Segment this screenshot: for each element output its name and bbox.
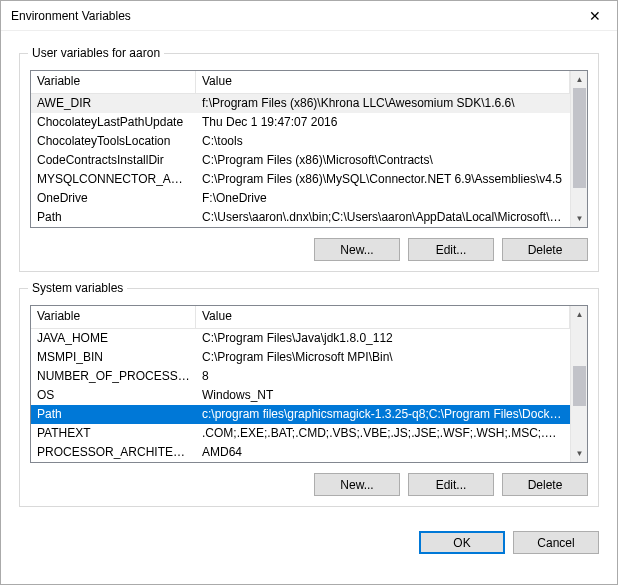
variable-name: AWE_DIR bbox=[31, 94, 196, 113]
variable-name: OneDrive bbox=[31, 189, 196, 208]
column-header-value[interactable]: Value bbox=[196, 71, 570, 93]
window-title: Environment Variables bbox=[11, 9, 572, 23]
table-row[interactable]: PROCESSOR_ARCHITECTUREAMD64 bbox=[31, 443, 570, 462]
ok-button[interactable]: OK bbox=[419, 531, 505, 554]
table-row[interactable]: AWE_DIRf:\Program Files (x86)\Khrona LLC… bbox=[31, 94, 570, 113]
variable-value: f:\Program Files (x86)\Khrona LLC\Awesom… bbox=[196, 94, 570, 113]
variable-name: Path bbox=[31, 208, 196, 227]
variable-value: C:\Program Files (x86)\MySQL\Connector.N… bbox=[196, 170, 570, 189]
system-variables-group: System variables Variable Value JAVA_HOM… bbox=[19, 288, 599, 507]
user-delete-button[interactable]: Delete bbox=[502, 238, 588, 261]
system-edit-button[interactable]: Edit... bbox=[408, 473, 494, 496]
variable-value: C:\Program Files\Microsoft MPI\Bin\ bbox=[196, 348, 570, 367]
scroll-down-icon[interactable]: ▼ bbox=[571, 445, 588, 462]
system-list-scrollbar[interactable]: ▲ ▼ bbox=[570, 306, 587, 462]
variable-value: c:\program files\graphicsmagick-1.3.25-q… bbox=[196, 405, 570, 424]
variable-value: AMD64 bbox=[196, 443, 570, 462]
variable-value: C:\Users\aaron\.dnx\bin;C:\Users\aaron\A… bbox=[196, 208, 570, 227]
variable-value: C:\Program Files (x86)\Microsoft\Contrac… bbox=[196, 151, 570, 170]
column-header-variable[interactable]: Variable bbox=[31, 306, 196, 328]
user-list-header: Variable Value bbox=[31, 71, 570, 94]
cancel-button[interactable]: Cancel bbox=[513, 531, 599, 554]
variable-name: PATHEXT bbox=[31, 424, 196, 443]
column-header-variable[interactable]: Variable bbox=[31, 71, 196, 93]
table-row[interactable]: OneDriveF:\OneDrive bbox=[31, 189, 570, 208]
scroll-up-icon[interactable]: ▲ bbox=[571, 71, 588, 88]
user-variables-label: User variables for aaron bbox=[28, 46, 164, 60]
user-new-button[interactable]: New... bbox=[314, 238, 400, 261]
system-delete-button[interactable]: Delete bbox=[502, 473, 588, 496]
variable-value: Thu Dec 1 19:47:07 2016 bbox=[196, 113, 570, 132]
user-variables-group: User variables for aaron Variable Value … bbox=[19, 53, 599, 272]
table-row[interactable]: OSWindows_NT bbox=[31, 386, 570, 405]
scroll-thumb[interactable] bbox=[573, 88, 586, 188]
scroll-thumb[interactable] bbox=[573, 366, 586, 406]
system-list-header: Variable Value bbox=[31, 306, 570, 329]
table-row[interactable]: JAVA_HOMEC:\Program Files\Java\jdk1.8.0_… bbox=[31, 329, 570, 348]
variable-value: F:\OneDrive bbox=[196, 189, 570, 208]
variable-value: .COM;.EXE;.BAT;.CMD;.VBS;.VBE;.JS;.JSE;.… bbox=[196, 424, 570, 443]
table-row[interactable]: MSMPI_BINC:\Program Files\Microsoft MPI\… bbox=[31, 348, 570, 367]
user-variables-list[interactable]: Variable Value AWE_DIRf:\Program Files (… bbox=[30, 70, 588, 228]
table-row[interactable]: Pathc:\program files\graphicsmagick-1.3.… bbox=[31, 405, 570, 424]
scroll-up-icon[interactable]: ▲ bbox=[571, 306, 588, 323]
table-row[interactable]: ChocolateyLastPathUpdateThu Dec 1 19:47:… bbox=[31, 113, 570, 132]
user-list-scrollbar[interactable]: ▲ ▼ bbox=[570, 71, 587, 227]
table-row[interactable]: MYSQLCONNECTOR_ASSE…C:\Program Files (x8… bbox=[31, 170, 570, 189]
table-row[interactable]: PathC:\Users\aaron\.dnx\bin;C:\Users\aar… bbox=[31, 208, 570, 227]
variable-name: NUMBER_OF_PROCESSORS bbox=[31, 367, 196, 386]
table-row[interactable]: PATHEXT.COM;.EXE;.BAT;.CMD;.VBS;.VBE;.JS… bbox=[31, 424, 570, 443]
column-header-value[interactable]: Value bbox=[196, 306, 570, 328]
variable-name: MSMPI_BIN bbox=[31, 348, 196, 367]
variable-value: C:\Program Files\Java\jdk1.8.0_112 bbox=[196, 329, 570, 348]
system-variables-label: System variables bbox=[28, 281, 127, 295]
variable-name: Path bbox=[31, 405, 196, 424]
variable-name: JAVA_HOME bbox=[31, 329, 196, 348]
user-edit-button[interactable]: Edit... bbox=[408, 238, 494, 261]
system-new-button[interactable]: New... bbox=[314, 473, 400, 496]
variable-name: OS bbox=[31, 386, 196, 405]
close-icon[interactable]: ✕ bbox=[572, 1, 617, 31]
titlebar: Environment Variables ✕ bbox=[1, 1, 617, 31]
system-variables-list[interactable]: Variable Value JAVA_HOMEC:\Program Files… bbox=[30, 305, 588, 463]
variable-name: PROCESSOR_ARCHITECTURE bbox=[31, 443, 196, 462]
variable-name: MYSQLCONNECTOR_ASSE… bbox=[31, 170, 196, 189]
table-row[interactable]: CodeContractsInstallDirC:\Program Files … bbox=[31, 151, 570, 170]
variable-value: 8 bbox=[196, 367, 570, 386]
variable-name: ChocolateyToolsLocation bbox=[31, 132, 196, 151]
scroll-down-icon[interactable]: ▼ bbox=[571, 210, 588, 227]
variable-name: CodeContractsInstallDir bbox=[31, 151, 196, 170]
table-row[interactable]: ChocolateyToolsLocationC:\tools bbox=[31, 132, 570, 151]
variable-name: ChocolateyLastPathUpdate bbox=[31, 113, 196, 132]
variable-value: C:\tools bbox=[196, 132, 570, 151]
variable-value: Windows_NT bbox=[196, 386, 570, 405]
table-row[interactable]: NUMBER_OF_PROCESSORS8 bbox=[31, 367, 570, 386]
